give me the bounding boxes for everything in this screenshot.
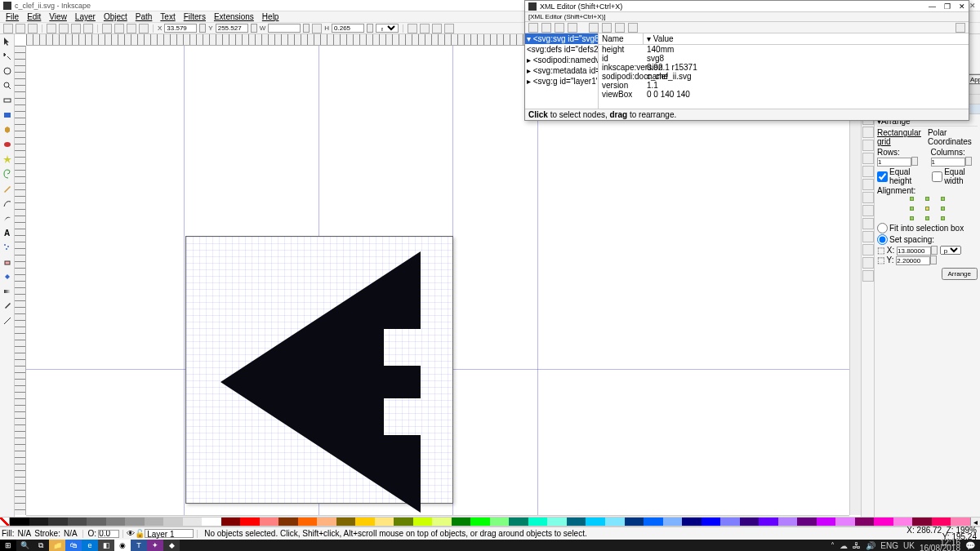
layer-lock-icon[interactable]: 🔓 <box>135 529 145 538</box>
measure-tool-icon[interactable] <box>1 94 14 107</box>
xml-attr-row[interactable]: idsvg8 <box>599 54 969 63</box>
text-tool-icon[interactable]: A <box>1 226 14 239</box>
spiral-tool-icon[interactable] <box>1 167 14 180</box>
palette-swatch[interactable] <box>29 518 49 526</box>
affect-gradient-icon[interactable] <box>432 24 442 33</box>
lower-icon[interactable] <box>127 24 136 33</box>
palette-swatch[interactable] <box>567 518 586 526</box>
affect-stroke-icon[interactable] <box>408 24 417 33</box>
layer-visibility-icon[interactable]: 👁 <box>127 529 135 538</box>
palette-swatch[interactable] <box>759 518 778 526</box>
xml-node[interactable]: <svg:defs id="defs2"> <box>525 44 598 55</box>
spacing-x-field[interactable] <box>897 247 931 256</box>
calligraphy-tool-icon[interactable] <box>1 211 14 224</box>
palette-swatch[interactable] <box>874 518 893 526</box>
lower-bottom-icon[interactable] <box>139 24 149 33</box>
palette-swatch[interactable] <box>528 518 548 526</box>
menu-edit[interactable]: Edit <box>23 12 45 21</box>
raise-top-icon[interactable] <box>102 24 112 33</box>
palette-swatch[interactable] <box>835 518 855 526</box>
xml-node[interactable]: ▸ <svg:metadata id="metadata5 <box>525 65 598 76</box>
guide-vertical[interactable] <box>184 46 185 515</box>
palette-swatch[interactable] <box>375 518 394 526</box>
star-tool-icon[interactable] <box>1 153 14 166</box>
taskbar-app-icon[interactable]: T <box>131 540 147 551</box>
xml-maximize-button[interactable]: ❐ <box>944 2 951 11</box>
snap-line-mid-icon[interactable] <box>862 179 874 190</box>
h-spinner[interactable] <box>367 24 373 33</box>
palette-swatch[interactable] <box>644 518 663 526</box>
palette-swatch[interactable] <box>778 518 798 526</box>
menu-help[interactable]: Help <box>258 12 283 21</box>
select-all-icon[interactable] <box>3 24 13 33</box>
ruler-vertical[interactable] <box>15 46 26 515</box>
bucket-tool-icon[interactable] <box>1 270 14 283</box>
menu-text[interactable]: Text <box>156 12 179 21</box>
menu-layer[interactable]: Layer <box>71 12 100 21</box>
task-view-icon[interactable]: ⧉ <box>33 540 49 551</box>
snap-smooth-icon[interactable] <box>862 166 874 177</box>
palette-swatch[interactable] <box>260 518 279 526</box>
x-field[interactable] <box>164 24 197 33</box>
palette-swatch[interactable] <box>125 518 145 526</box>
raise-icon[interactable] <box>114 24 124 33</box>
snap-intersect-icon[interactable] <box>862 140 874 151</box>
palette-menu-icon[interactable]: ◂ <box>970 518 980 526</box>
deselect-icon[interactable] <box>28 24 38 33</box>
duplicate-node-icon[interactable] <box>555 23 564 33</box>
palette-swatch[interactable] <box>740 518 760 526</box>
palette-swatch[interactable] <box>394 518 413 526</box>
w-spinner[interactable] <box>303 24 310 33</box>
xml-attr-row[interactable]: inkscape:version0.92.1 r15371 <box>599 63 969 72</box>
palette-swatch[interactable] <box>240 518 260 526</box>
palette-swatch[interactable] <box>432 518 452 526</box>
taskbar-edge-icon[interactable]: e <box>82 540 98 551</box>
xml-minimize-button[interactable]: — <box>929 2 936 11</box>
bezier-tool-icon[interactable] <box>1 197 14 210</box>
palette-swatch[interactable] <box>855 518 875 526</box>
rows-spinner[interactable] <box>911 157 918 166</box>
menu-extensions[interactable]: Extensions <box>210 12 258 21</box>
palette-swatch[interactable] <box>817 518 836 526</box>
palette-swatch[interactable] <box>625 518 644 526</box>
fit-selection-radio[interactable]: Fit into selection box <box>877 223 978 233</box>
rotate-ccw-icon[interactable] <box>47 24 56 33</box>
palette-swatch[interactable] <box>106 518 126 526</box>
snap-guide-icon[interactable] <box>862 270 874 282</box>
alignment-picker[interactable] <box>910 197 946 221</box>
move-down-icon[interactable] <box>628 23 638 33</box>
palette-swatch[interactable] <box>605 518 625 526</box>
equal-height-checkbox[interactable]: Equal height <box>877 167 925 185</box>
tray-keyboard[interactable]: UK <box>903 541 915 550</box>
cols-spinner[interactable] <box>965 157 972 166</box>
new-text-icon[interactable] <box>541 23 551 33</box>
palette-swatch[interactable] <box>586 518 605 526</box>
taskbar-inkscape-icon[interactable]: ◆ <box>163 540 180 551</box>
close-button[interactable]: ✕ <box>969 2 977 10</box>
select-tool-icon[interactable] <box>1 35 14 48</box>
flip-h-icon[interactable] <box>71 24 81 33</box>
palette-swatch[interactable] <box>893 518 913 526</box>
spacing-x-spinner[interactable] <box>931 246 938 255</box>
tray-notifications-icon[interactable]: 💬 <box>965 541 975 550</box>
palette-swatch[interactable] <box>183 518 203 526</box>
palette-swatch[interactable] <box>202 518 221 526</box>
w-field[interactable] <box>268 24 301 33</box>
palette-swatch[interactable] <box>298 518 318 526</box>
palette-swatch[interactable] <box>702 518 721 526</box>
palette-swatch[interactable] <box>87 518 106 526</box>
palette-swatch[interactable] <box>932 518 951 526</box>
snap-cusp-icon[interactable] <box>862 153 874 164</box>
palette-swatch[interactable] <box>317 518 336 526</box>
palette-swatch[interactable] <box>663 518 683 526</box>
palette-swatch[interactable] <box>221 518 241 526</box>
flip-v-icon[interactable] <box>83 24 93 33</box>
tray-cloud-icon[interactable]: ☁ <box>840 541 848 550</box>
equal-width-checkbox[interactable]: Equal width <box>932 167 978 185</box>
xml-node[interactable]: ▸ <sodipodi:namedview id="base <box>525 55 598 65</box>
set-spacing-radio[interactable]: Set spacing: <box>877 234 978 245</box>
snap-others-icon[interactable] <box>862 192 874 203</box>
affect-corners-icon[interactable] <box>420 24 430 33</box>
spacing-y-spinner[interactable] <box>930 256 937 264</box>
xml-attr-row[interactable]: version1.1 <box>599 81 969 90</box>
